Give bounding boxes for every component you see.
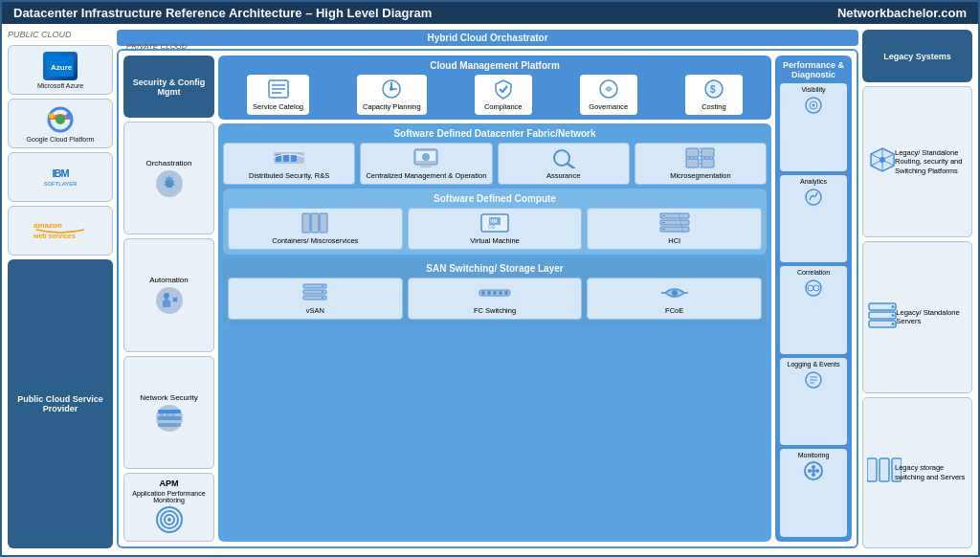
right-cols: Performance & Diagnostic Visibility Anal… <box>775 56 852 542</box>
aws-logo: amazon web services <box>32 216 89 245</box>
center-column: Hybrid Cloud Orchastrator PRIVATE CLOUD … <box>117 30 858 548</box>
private-cloud-container: PRIVATE CLOUD Security & Config Mgmt Orc… <box>117 49 858 548</box>
svg-rect-41 <box>686 148 699 157</box>
sdc-vm: VMOS Virtual Machine <box>408 208 583 250</box>
legacy-routing-icon <box>867 145 890 180</box>
security-box: Security & Config Mgmt <box>123 56 214 118</box>
svg-point-64 <box>322 285 323 287</box>
san-title: SAN Switching/ Storage Layer <box>228 263 762 274</box>
svg-point-71 <box>499 291 502 295</box>
ibm-logo: IBM SOFTLAYER <box>43 167 77 187</box>
orchestration-label: Orchastration <box>145 159 191 167</box>
header-bar: Datacenter Infrastructure Reference Arch… <box>2 2 978 24</box>
sdc-hci-label: HCI <box>668 236 680 245</box>
sdc-vm-label: Virtual Machine <box>470 236 520 245</box>
main-panels: Cloud Management Platform Service Catelo… <box>218 56 771 542</box>
legacy-server-icon <box>867 300 891 335</box>
left-column: PUBLIC CLOUD Azure Microsoft Azure <box>8 30 113 548</box>
svg-rect-12 <box>158 410 181 413</box>
sddc-items: Distributed Security, R&S Centralized Ma… <box>223 143 767 185</box>
svg-rect-13 <box>158 416 181 420</box>
san-box: SAN Switching/ Storage Layer vSAN FC Swi… <box>223 258 767 324</box>
svg-line-40 <box>568 164 574 168</box>
legacy-routing-text: Legacy/ Standalone Routing, security and… <box>895 148 968 176</box>
svg-point-101 <box>892 314 895 317</box>
legacy-storage-icon <box>867 457 890 488</box>
svg-point-100 <box>892 305 895 308</box>
svg-point-38 <box>422 153 430 161</box>
apm-title: APM <box>129 479 209 488</box>
legacy-title: Legacy Systems <box>862 30 972 82</box>
svg-text:web services: web services <box>33 233 76 239</box>
sddc-distributed-security: Distributed Security, R&S <box>223 143 355 185</box>
svg-point-66 <box>322 297 323 299</box>
svg-text:OS: OS <box>488 224 496 230</box>
svg-point-102 <box>892 323 895 325</box>
svg-rect-34 <box>291 154 297 162</box>
svg-point-73 <box>672 290 678 296</box>
website-label: Networkbachelor.com <box>837 6 967 20</box>
ibm-sub: SOFTLAYER <box>43 181 77 187</box>
security-column: Security & Config Mgmt Orchastration Aut… <box>123 56 214 542</box>
perf-analytics: Analytics <box>780 175 847 263</box>
perf-monitoring: Monitoring <box>780 449 847 537</box>
svg-rect-59 <box>662 229 665 230</box>
svg-text:$: $ <box>710 84 716 95</box>
svg-point-3 <box>56 115 65 124</box>
svg-point-65 <box>322 291 323 293</box>
svg-rect-58 <box>662 222 665 223</box>
svg-point-88 <box>808 469 812 473</box>
gcp-logo: Google Cloud Platform <box>27 105 95 143</box>
logging-label: Logging & Events <box>788 361 840 368</box>
gcp-icon <box>43 105 78 134</box>
san-vsan-label: vSAN <box>306 306 324 315</box>
cmp-governance-label: Governance <box>589 102 628 111</box>
aws-provider: amazon web services <box>8 206 113 256</box>
sdc-hci: HCI <box>587 208 762 250</box>
page-title: Datacenter Infrastructure Reference Arch… <box>13 6 432 20</box>
apm-box: APM Application Performance Monitoring <box>123 473 214 542</box>
network-security-box: Network Security <box>123 356 214 469</box>
svg-rect-47 <box>302 213 310 233</box>
svg-rect-48 <box>311 213 319 233</box>
cmp-compliance-label: Compliance <box>484 102 523 111</box>
correlation-label: Correlation <box>797 269 830 276</box>
svg-rect-37 <box>420 165 432 167</box>
svg-text:Azure: Azure <box>51 63 73 72</box>
gear-icon <box>156 170 183 197</box>
hybrid-bar: Hybrid Cloud Orchastrator <box>117 30 858 46</box>
legacy-servers-text: Legacy/ Standalone Servers <box>896 308 968 327</box>
legacy-storage: Legacy storage switching and Servers <box>862 397 972 548</box>
san-fc-label: FC Switching <box>474 306 516 315</box>
sddc-centralized-mgmt: Centralized Management & Operation <box>360 143 492 185</box>
network-security-label: Network Security <box>140 393 197 402</box>
monitoring-label: Monitoring <box>798 452 830 458</box>
san-vsan: vSAN <box>228 278 403 320</box>
legacy-servers: Legacy/ Standalone Servers <box>862 241 972 392</box>
svg-point-69 <box>487 291 491 295</box>
public-cloud-btn[interactable]: Public Cloud Service Provider <box>8 259 113 548</box>
svg-rect-33 <box>283 154 289 162</box>
automation-box: Automation <box>123 238 214 351</box>
svg-rect-104 <box>880 458 889 481</box>
sdc-containers: Containers/ Miscroservices <box>228 208 403 250</box>
visibility-label: Visibility <box>801 86 825 93</box>
sddc-assurance-label: Assurance <box>546 171 580 180</box>
azure-logo: Azure Microsoft Azure <box>37 52 83 89</box>
san-fcoe-label: FCoE <box>665 306 683 315</box>
sddc-title: Software Defined Datacenter Fabric/Netwo… <box>223 128 767 139</box>
svg-point-68 <box>481 291 485 295</box>
cmp-service-catelog: Service Catelog <box>247 75 309 115</box>
apm-label: Application Performance Monitoring <box>129 490 209 503</box>
sddc-micro-label: Microsegmentation <box>670 171 730 180</box>
svg-rect-42 <box>702 148 714 157</box>
cmp-costing: $ Costing <box>685 75 743 115</box>
perf-column: Performance & Diagnostic Visibility Anal… <box>775 56 852 542</box>
sdc-title: Software Defined Compute <box>228 193 762 204</box>
svg-rect-49 <box>320 213 327 233</box>
cmp-compliance: Compliance <box>475 75 532 115</box>
cmp-costing-label: Costing <box>702 102 725 111</box>
svg-point-90 <box>815 469 819 473</box>
azure-name: Microsoft Azure <box>37 82 83 89</box>
sddc-box: Software Defined Datacenter Fabric/Netwo… <box>218 123 771 542</box>
